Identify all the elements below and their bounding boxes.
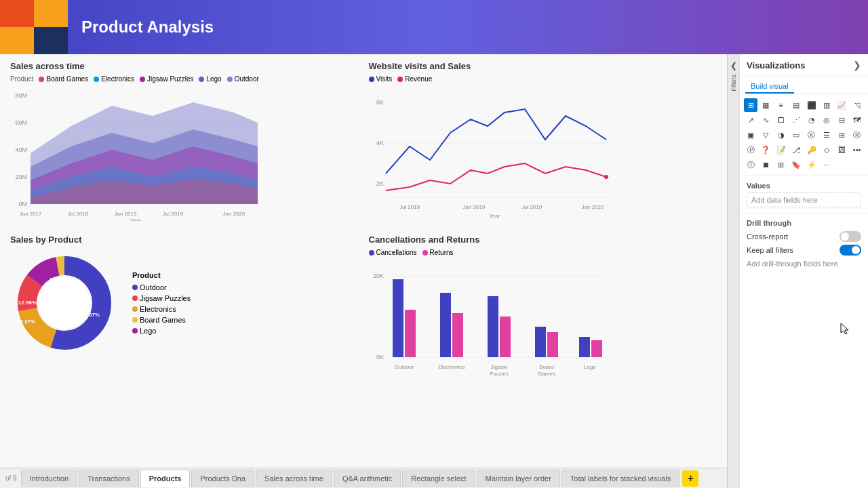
svg-text:Board: Board — [539, 364, 553, 370]
svg-text:Jan 2017: Jan 2017 — [20, 211, 42, 217]
icon-kpi[interactable]: Ⓚ — [805, 128, 818, 142]
icon-filled-map[interactable]: ▣ — [744, 128, 757, 142]
icon-treemap[interactable]: ⊟ — [835, 113, 848, 127]
tab-products[interactable]: Products — [140, 470, 191, 487]
icon-card[interactable]: ▭ — [789, 128, 803, 142]
svg-text:Year: Year — [130, 218, 142, 221]
icon-column[interactable]: ⬛ — [805, 98, 818, 112]
viz-panel-close-button[interactable]: ❯ — [853, 60, 861, 70]
logo-sq2 — [34, 0, 68, 27]
svg-text:20M: 20M — [15, 174, 27, 180]
icon-waterfall[interactable]: ⧠ — [774, 113, 788, 127]
icon-ellipsis[interactable]: ··· — [820, 158, 833, 171]
icon-clustered-bar[interactable]: ▤ — [789, 98, 803, 112]
icon-ribbon[interactable]: ∿ — [759, 113, 772, 127]
keep-filters-toggle[interactable] — [840, 245, 861, 256]
cross-report-toggle[interactable] — [840, 231, 861, 242]
cancellations-svg: 20K 0K — [369, 259, 613, 381]
icon-page-nav[interactable]: ⊞ — [774, 158, 788, 171]
svg-rect-51 — [452, 313, 463, 357]
icon-image[interactable]: 🖼 — [835, 143, 848, 157]
svg-text:Outdoor: Outdoor — [394, 364, 414, 370]
icon-smart-narrative[interactable]: 📝 — [774, 143, 788, 157]
viz-panel-title: Visualizations — [747, 60, 805, 70]
icon-area[interactable]: ◹ — [850, 98, 864, 112]
icon-button[interactable]: ⏹ — [759, 158, 772, 171]
icon-donut[interactable]: ◎ — [820, 113, 833, 127]
svg-rect-48 — [393, 279, 403, 357]
tab-sales-across-time[interactable]: Sales across time — [256, 470, 332, 487]
cancellations-title: Cancellations and Returns — [369, 235, 717, 245]
icon-text[interactable]: Ⓣ — [744, 158, 757, 171]
svg-rect-50 — [440, 293, 451, 357]
sales-time-svg: 80M 60M 40M 20M 0M — [10, 85, 261, 221]
icon-map[interactable]: 🗺 — [850, 113, 864, 127]
tab-products-dna[interactable]: Products Dna — [191, 470, 254, 487]
icon-line-cluster[interactable]: ↗ — [744, 113, 757, 127]
icon-bar-chart[interactable]: ▦ — [759, 98, 772, 112]
icon-qa[interactable]: ❓ — [759, 143, 772, 157]
legend-outdoor: Outdoor — [227, 75, 259, 83]
viz-panel: Visualizations ❯ Build visual ⊞ ▦ ≡ ▤ ⬛ … — [739, 54, 868, 488]
svg-text:Jigsaw: Jigsaw — [490, 364, 507, 370]
icon-slicer[interactable]: ☰ — [820, 128, 833, 142]
legend-cancellations: Cancellations — [369, 249, 417, 256]
donut-legend: Product Outdoor Jigsaw Puzzles — [132, 271, 191, 335]
website-visits-title: Website visits and Sales — [369, 61, 717, 71]
icon-key-influencer[interactable]: 🔑 — [805, 143, 818, 157]
icon-more[interactable]: ••• — [850, 143, 864, 157]
tab-build-visual[interactable]: Build visual — [745, 80, 794, 94]
tab-qa[interactable]: Q&A arithmetic — [334, 470, 401, 487]
svg-text:80M: 80M — [15, 92, 27, 99]
svg-point-39 — [39, 277, 90, 329]
svg-text:Puzzles: Puzzles — [489, 371, 508, 377]
icon-matrix[interactable]: ⊞ — [835, 128, 848, 142]
icon-decomp-tree[interactable]: ⎇ — [789, 143, 803, 157]
cancellations-legend: Cancellations Returns — [369, 249, 717, 256]
tab-layer-order[interactable]: Maintain layer order — [477, 470, 560, 487]
add-values-field[interactable]: Add data fields here — [747, 192, 861, 207]
icon-sparkline[interactable]: ⚡ — [805, 158, 818, 171]
legend-electronics-item: Electronics — [132, 305, 191, 313]
website-visits-svg: 6K 4K 2K — [369, 85, 613, 221]
svg-text:0M: 0M — [18, 201, 27, 207]
svg-text:Lego: Lego — [584, 364, 596, 370]
icon-scatter[interactable]: ⋰ — [789, 113, 803, 127]
icon-bookmark[interactable]: 🔖 — [789, 158, 803, 171]
tab-introduction[interactable]: Introduction — [21, 470, 77, 487]
tab-rectangle[interactable]: Rectangle select — [402, 470, 475, 487]
tab-transactions[interactable]: Transactions — [79, 470, 139, 487]
icon-gauge[interactable]: ◑ — [774, 128, 788, 142]
drill-through-section: Drill through Cross-report Keep all filt… — [740, 214, 868, 273]
svg-text:Games: Games — [538, 371, 555, 377]
legend-lego: Lego — [199, 75, 221, 83]
icon-pie[interactable]: ◔ — [805, 113, 818, 127]
logo-sq1 — [0, 0, 34, 27]
icon-shape[interactable]: ◇ — [820, 143, 833, 157]
svg-text:Jan 2020: Jan 2020 — [223, 211, 245, 217]
svg-text:Jul 2018: Jul 2018 — [68, 211, 89, 217]
sales-across-time-chart: Sales across time Product Board Games El… — [10, 61, 359, 221]
filters-label: Filters — [730, 75, 737, 92]
tab-total-labels[interactable]: Total labels for stacked visuals — [561, 470, 680, 487]
icon-line[interactable]: 📈 — [835, 98, 848, 112]
svg-text:4K: 4K — [376, 140, 383, 146]
svg-rect-55 — [547, 332, 558, 357]
donut-legend-title: Product — [132, 271, 191, 279]
add-drill-field[interactable]: Add drill-through fields here — [747, 260, 861, 268]
cross-report-label: Cross-report — [747, 232, 788, 241]
sidebar-toggle[interactable]: ❮ Filters — [727, 54, 739, 488]
svg-text:Product: Product — [485, 380, 504, 381]
sales-by-product-title: Sales by Product — [10, 235, 359, 245]
icon-py[interactable]: Ⓟ — [744, 143, 757, 157]
icon-stacked-column[interactable]: ▥ — [820, 98, 833, 112]
icon-table[interactable]: ⊞ — [744, 98, 757, 112]
icon-r-visual[interactable]: Ⓡ — [850, 128, 864, 142]
icon-funnel[interactable]: ▽ — [759, 128, 772, 142]
icon-stacked-bar[interactable]: ≡ — [774, 98, 788, 112]
page-number: of 9 — [3, 474, 20, 482]
add-tab-button[interactable]: + — [682, 470, 698, 487]
sales-legend: Product Board Games Electronics Jigsaw P… — [10, 75, 359, 83]
values-section: Values Add data fields here — [740, 176, 868, 214]
svg-rect-56 — [579, 337, 590, 357]
